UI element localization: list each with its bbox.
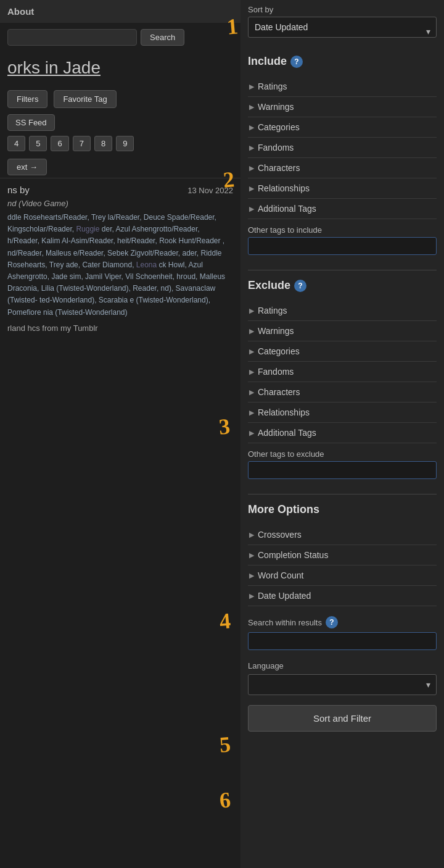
language-select[interactable] xyxy=(248,674,437,695)
favorite-tag-button[interactable]: Favorite Tag xyxy=(54,90,116,108)
word-count-row[interactable]: ▶ Word Count xyxy=(248,565,437,586)
date-updated-row[interactable]: ▶ Date Updated xyxy=(248,586,437,606)
search-button[interactable]: Search xyxy=(141,29,184,46)
rss-button[interactable]: SS Feed xyxy=(7,114,55,131)
include-categories-row[interactable]: ▶ Categories xyxy=(248,117,437,138)
include-addtags-row[interactable]: ▶ Additional Tags xyxy=(248,199,437,219)
about-link[interactable]: About xyxy=(7,6,34,17)
word-count-arrow-icon: ▶ xyxy=(249,572,254,580)
include-relationships-row[interactable]: ▶ Relationships xyxy=(248,178,437,199)
exclude-fandoms-row[interactable]: ▶ Fandoms xyxy=(248,362,437,382)
exclude-warnings-row[interactable]: ▶ Warnings xyxy=(248,321,437,341)
page-5[interactable]: 5 xyxy=(29,136,47,151)
exc-warnings-arrow-icon: ▶ xyxy=(249,327,254,335)
page-4[interactable]: 4 xyxy=(7,136,25,151)
exc-relationships-arrow-icon: ▶ xyxy=(249,409,254,417)
include-characters-arrow-icon: ▶ xyxy=(249,164,254,172)
page-6[interactable]: 6 xyxy=(51,136,68,151)
work-fandom: nd (Video Game) xyxy=(7,199,233,208)
exc-fandoms-arrow-icon: ▶ xyxy=(249,368,254,376)
exc-ratings-arrow-icon: ▶ xyxy=(249,307,254,315)
more-options-title: More Options xyxy=(248,503,319,516)
exclude-relationships-row[interactable]: ▶ Relationships xyxy=(248,403,437,423)
work-by-text: ns by xyxy=(7,185,30,195)
include-characters-row[interactable]: ▶ Characters xyxy=(248,158,437,178)
filters-button[interactable]: Filters xyxy=(7,90,47,108)
search-within-input[interactable] xyxy=(248,632,437,650)
search-input[interactable] xyxy=(7,29,137,46)
exclude-title: Exclude xyxy=(248,279,290,292)
language-label: Language xyxy=(248,661,437,670)
sort-by-label: Sort by xyxy=(248,5,437,14)
work-tags: ddle Rosehearts/Reader, Trey la/Reader, … xyxy=(7,212,233,319)
fandoms-arrow-icon: ▶ xyxy=(249,144,254,152)
sort-select[interactable]: Date Updated Date Posted Author Title Wo… xyxy=(248,17,437,38)
date-updated-arrow-icon: ▶ xyxy=(249,592,254,600)
exclude-characters-row[interactable]: ▶ Characters xyxy=(248,382,437,403)
more-options-section: More Options ▶ Crossovers ▶ Completion S… xyxy=(248,503,437,606)
work-description: rland hcs from my Tumblr xyxy=(7,323,233,333)
search-within-label: Search within results xyxy=(248,618,322,627)
categories-arrow-icon: ▶ xyxy=(249,123,254,131)
page-9[interactable]: 9 xyxy=(116,136,134,151)
page-8[interactable]: 8 xyxy=(94,136,112,151)
exc-characters-arrow-icon: ▶ xyxy=(249,388,254,396)
completion-status-row[interactable]: ▶ Completion Status xyxy=(248,545,437,565)
sort-filter-button[interactable]: Sort and Filter xyxy=(248,705,437,732)
page-7[interactable]: 7 xyxy=(73,136,91,151)
include-relationships-arrow-icon: ▶ xyxy=(249,185,254,193)
exc-categories-arrow-icon: ▶ xyxy=(249,348,254,356)
other-tags-exclude-label: Other tags to exclude xyxy=(248,449,437,459)
warnings-arrow-icon: ▶ xyxy=(249,103,254,111)
exclude-ratings-row[interactable]: ▶ Ratings xyxy=(248,301,437,321)
trey-tag: Trey xyxy=(91,213,106,222)
crossovers-row[interactable]: ▶ Crossovers xyxy=(248,525,437,545)
include-warnings-row[interactable]: ▶ Warnings xyxy=(248,97,437,117)
ratings-arrow-icon: ▶ xyxy=(249,83,254,91)
search-within-help-icon[interactable]: ? xyxy=(326,616,338,628)
crossovers-arrow-icon: ▶ xyxy=(249,531,254,539)
include-addtags-arrow-icon: ▶ xyxy=(249,205,254,213)
other-tags-exclude-input[interactable] xyxy=(248,461,437,479)
work-date: 13 Nov 2022 xyxy=(187,186,233,195)
exclude-help-icon[interactable]: ? xyxy=(294,280,306,292)
exclude-addtags-row[interactable]: ▶ Additional Tags xyxy=(248,423,437,443)
exc-addtags-arrow-icon: ▶ xyxy=(249,429,254,437)
other-tags-include-input[interactable] xyxy=(248,237,437,255)
include-section: Include ? ▶ Ratings ▶ Warnings ▶ Categor… xyxy=(248,55,437,260)
exclude-section: Exclude ? ▶ Ratings ▶ Warnings ▶ Categor… xyxy=(248,279,437,484)
page-title: orks in Jade xyxy=(7,58,233,78)
other-tags-include-label: Other tags to include xyxy=(248,225,437,235)
include-help-icon[interactable]: ? xyxy=(290,56,303,68)
completion-arrow-icon: ▶ xyxy=(249,551,254,559)
include-ratings-row[interactable]: ▶ Ratings xyxy=(248,77,437,97)
include-fandoms-row[interactable]: ▶ Fandoms xyxy=(248,138,437,158)
exclude-categories-row[interactable]: ▶ Categories xyxy=(248,341,437,362)
next-button[interactable]: ext → xyxy=(7,159,47,175)
include-title: Include xyxy=(248,55,287,68)
